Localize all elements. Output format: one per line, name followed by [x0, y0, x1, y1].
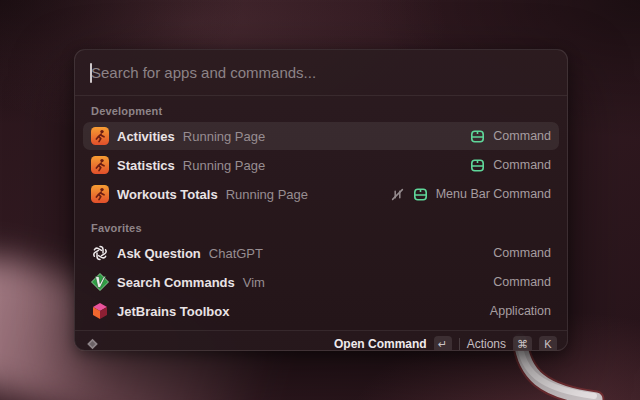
list-item-search-commands[interactable]: Search Commands Vim Command: [83, 268, 559, 296]
item-subtitle: Running Page: [183, 129, 265, 144]
item-type: Command: [493, 129, 551, 143]
item-title: Activities: [117, 129, 175, 144]
text-caret: [90, 63, 92, 83]
item-type: Command: [493, 246, 551, 260]
item-title: Ask Question: [117, 246, 201, 261]
item-subtitle: Running Page: [226, 187, 308, 202]
item-type: Menu Bar Command: [436, 187, 551, 201]
desktop: Development Activities Running Page: [0, 0, 640, 400]
return-key-badge: ↵: [434, 336, 452, 352]
list-item-jetbrains-toolbox[interactable]: JetBrains Toolbox Application: [83, 297, 559, 325]
item-title: Workouts Totals: [117, 187, 218, 202]
chatgpt-icon: [91, 244, 109, 262]
item-type: Application: [490, 304, 551, 318]
item-type: Command: [493, 275, 551, 289]
footer-bar: Open Command ↵ Actions ⌘ K: [75, 330, 567, 351]
section-label-development: Development: [83, 98, 559, 122]
list-item-statistics[interactable]: Statistics Running Page Command: [83, 151, 559, 179]
running-page-icon: [91, 156, 109, 174]
list-item-activities[interactable]: Activities Running Page Command: [83, 122, 559, 150]
command-window-icon: [470, 158, 485, 173]
item-title: Statistics: [117, 158, 175, 173]
running-page-icon: [91, 127, 109, 145]
primary-action-label[interactable]: Open Command: [334, 337, 427, 351]
results-list: Development Activities Running Page: [75, 96, 567, 330]
item-subtitle: Running Page: [183, 158, 265, 173]
menubar-disabled-icon: [390, 187, 405, 202]
command-window-icon: [413, 187, 428, 202]
actions-button[interactable]: Actions: [467, 337, 506, 351]
section-label-favorites: Favorites: [83, 209, 559, 239]
search-input[interactable]: [91, 64, 551, 81]
footer-divider: [459, 338, 460, 350]
jetbrains-toolbox-icon: [91, 302, 109, 320]
item-subtitle: ChatGPT: [209, 246, 263, 261]
k-key-badge: K: [539, 336, 557, 352]
search-bar: [75, 50, 567, 96]
command-window-icon: [470, 129, 485, 144]
list-item-workouts-totals[interactable]: Workouts Totals Running Page M: [83, 180, 559, 208]
item-type: Command: [493, 158, 551, 172]
item-title: JetBrains Toolbox: [117, 304, 229, 319]
item-title: Search Commands: [117, 275, 235, 290]
raycast-logo-icon: [85, 337, 100, 352]
launcher-window: Development Activities Running Page: [74, 49, 568, 351]
vim-icon: [91, 273, 109, 291]
list-item-ask-question[interactable]: Ask Question ChatGPT Command: [83, 239, 559, 267]
cmd-key-badge: ⌘: [513, 336, 532, 352]
item-subtitle: Vim: [243, 275, 265, 290]
running-page-icon: [91, 185, 109, 203]
